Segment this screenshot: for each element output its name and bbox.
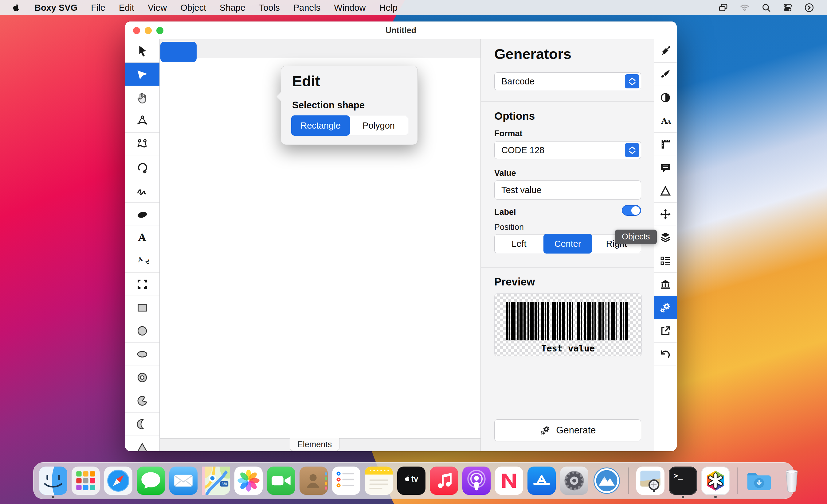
tool-text-on-path[interactable]: A B: [125, 249, 159, 273]
tool-freehand[interactable]: [125, 179, 159, 203]
format-select[interactable]: CODE 128: [494, 141, 641, 159]
panel-meta-icon[interactable]: [654, 156, 677, 179]
panel-transforms-icon[interactable]: [654, 179, 677, 203]
panel-export-icon[interactable]: [654, 319, 677, 343]
dock-system-preferences-icon[interactable]: [560, 466, 588, 495]
menu-item-panels[interactable]: Panels: [287, 3, 328, 13]
barcode-bar: [607, 302, 610, 340]
tool-pie[interactable]: [125, 389, 159, 412]
label-toggle[interactable]: [622, 205, 641, 216]
menu-item-edit[interactable]: Edit: [112, 3, 141, 13]
tool-crescent[interactable]: [125, 412, 159, 436]
dock-tv-icon[interactable]: tv: [397, 466, 426, 495]
menu-item-object[interactable]: Object: [174, 3, 213, 13]
generate-button[interactable]: Generate: [494, 419, 641, 441]
dock-downloads-icon[interactable]: [745, 466, 773, 495]
dock-trash-icon[interactable]: [778, 466, 806, 495]
panel-history-icon[interactable]: [654, 343, 677, 366]
panel-stroke-icon[interactable]: [654, 63, 677, 86]
control-center-icon[interactable]: [782, 2, 794, 14]
dock-finder-icon[interactable]: [39, 466, 67, 495]
panel-typography-icon[interactable]: AA: [654, 109, 677, 132]
generate-button-label: Generate: [556, 425, 596, 436]
barcode-bars: [506, 302, 630, 340]
menu-app-name[interactable]: Boxy SVG: [28, 3, 84, 13]
svg-text:280: 280: [222, 482, 227, 486]
dock-mail-icon[interactable]: [169, 466, 198, 495]
generators-panel: Generators Barcode Options Format CODE 1…: [481, 39, 654, 451]
panel-arrangement-icon[interactable]: [654, 203, 677, 226]
tool-edit-select[interactable]: [125, 63, 159, 86]
dock-facetime-icon[interactable]: [267, 466, 295, 495]
dock-photos-icon[interactable]: [234, 466, 263, 495]
value-input[interactable]: [494, 180, 641, 200]
barcode-bar: [511, 302, 515, 340]
dock-contacts-icon[interactable]: [299, 466, 328, 495]
stepper-icon[interactable]: [625, 74, 639, 89]
panels-icon-strip: AA: [654, 39, 677, 451]
menu-item-shape[interactable]: Shape: [213, 3, 252, 13]
panel-geometry-icon[interactable]: [654, 132, 677, 156]
tool-pointer[interactable]: [125, 39, 159, 63]
position-center-button[interactable]: Center: [543, 234, 592, 254]
menu-item-tools[interactable]: Tools: [252, 3, 287, 13]
menu-item-view[interactable]: View: [141, 3, 174, 13]
tool-donut[interactable]: [125, 366, 159, 389]
rectangle-option-button[interactable]: Rectangle: [291, 115, 350, 136]
dock-notes-icon[interactable]: [364, 466, 393, 495]
tool-ellipse[interactable]: [125, 343, 159, 366]
dock-reminders-icon[interactable]: [332, 466, 360, 495]
tool-arc[interactable]: [125, 156, 159, 179]
edit-mode-tab[interactable]: [160, 42, 197, 62]
menu-items: FileEditViewObjectShapeToolsPanelsWindow…: [84, 3, 404, 13]
search-icon[interactable]: [760, 2, 772, 14]
dock-boxy-svg-icon[interactable]: [701, 466, 730, 495]
dock-music-icon[interactable]: [430, 466, 458, 495]
menu-item-window[interactable]: Window: [327, 3, 372, 13]
barcode-bar: [547, 302, 549, 340]
position-left-button[interactable]: Left: [495, 234, 543, 253]
menu-item-file[interactable]: File: [84, 3, 112, 13]
tool-pan-hand[interactable]: [125, 86, 159, 109]
tool-blob-brush[interactable]: [125, 203, 159, 226]
dock-news-icon[interactable]: [495, 466, 523, 495]
stepper-icon[interactable]: [625, 143, 639, 157]
tool-text[interactable]: A: [125, 226, 159, 249]
tool-triangle[interactable]: [125, 436, 159, 451]
tool-circle[interactable]: [125, 319, 159, 343]
barcode-bar: [541, 302, 544, 340]
panel-library-icon[interactable]: [654, 273, 677, 296]
dock-mountain-app-icon[interactable]: [593, 466, 621, 495]
barcode-space: [628, 302, 630, 340]
menu-item-help[interactable]: Help: [373, 3, 404, 13]
dock-maps-icon[interactable]: 280: [202, 466, 230, 495]
barcode-bar: [577, 302, 580, 340]
dock-safari-icon[interactable]: [104, 466, 132, 495]
tool-cubic-bezier[interactable]: [125, 132, 159, 156]
dock-app-store-icon[interactable]: [528, 466, 556, 495]
dock-preview-icon[interactable]: [636, 466, 665, 495]
polygon-option-button[interactable]: Polygon: [349, 116, 408, 135]
tool-rectangle[interactable]: [125, 296, 159, 319]
panel-objects-icon[interactable]: [654, 226, 677, 249]
barcode-bar: [559, 302, 561, 340]
panel-compositing-icon[interactable]: [654, 86, 677, 109]
barcode-space: [565, 302, 567, 340]
elements-tab[interactable]: Elements: [290, 438, 339, 451]
wifi-icon[interactable]: [738, 2, 751, 14]
format-select-value: CODE 128: [501, 145, 544, 155]
panel-generators-icon[interactable]: [654, 296, 677, 319]
dock-launchpad-icon[interactable]: [71, 466, 100, 495]
panel-fill-icon[interactable]: [654, 39, 677, 63]
dock-terminal-icon[interactable]: >_: [669, 466, 697, 495]
window-titlebar[interactable]: Untitled: [125, 21, 677, 39]
mission-control-icon[interactable]: [717, 2, 729, 14]
dock-messages-icon[interactable]: [137, 466, 165, 495]
tool-view-frame[interactable]: [125, 273, 159, 296]
generator-select[interactable]: Barcode: [494, 72, 641, 90]
screen-share-icon[interactable]: [803, 2, 815, 14]
tool-quadratic-bezier[interactable]: [125, 109, 159, 132]
apple-menu-icon[interactable]: [10, 2, 23, 14]
panel-defs-icon[interactable]: [654, 249, 677, 273]
dock-podcasts-icon[interactable]: [463, 466, 491, 495]
